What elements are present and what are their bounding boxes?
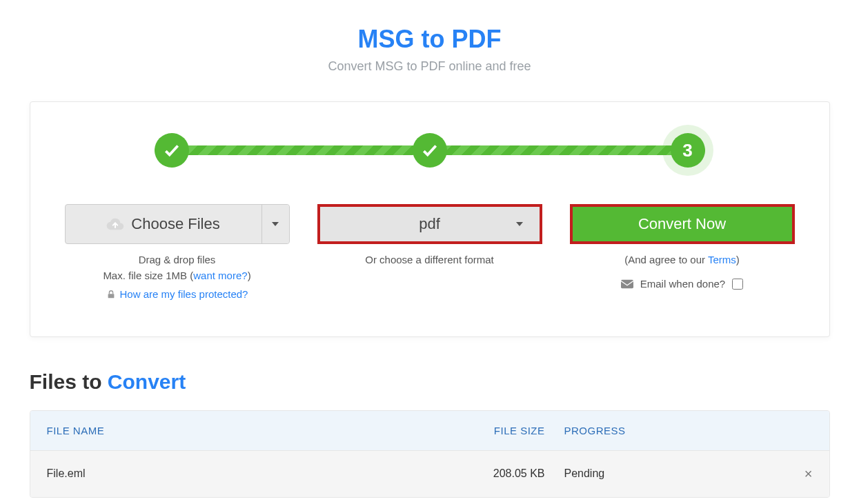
table-row: File.eml 208.05 KB Pending × xyxy=(30,451,829,497)
files-protected-link[interactable]: How are my files protected? xyxy=(120,288,248,300)
remove-file-button[interactable]: × xyxy=(804,466,813,481)
files-heading-accent: Convert xyxy=(108,370,186,393)
file-name-cell: File.eml xyxy=(47,467,468,480)
files-heading: Files to Convert xyxy=(30,370,830,394)
col-header-size: FILE SIZE xyxy=(468,425,564,436)
choose-files-dropdown-toggle[interactable] xyxy=(261,205,289,243)
choose-files-group: Choose Files xyxy=(65,204,290,244)
convert-column: Convert Now (And agree to our Terms) Ema… xyxy=(570,204,795,302)
col-header-name: FILE NAME xyxy=(47,425,468,436)
svg-rect-1 xyxy=(621,279,633,288)
format-select[interactable]: pdf xyxy=(317,204,542,244)
lock-icon xyxy=(106,290,116,299)
files-protected-row: How are my files protected? xyxy=(106,288,248,300)
upload-hint-max-prefix: Max. file size 1MB ( xyxy=(103,270,193,281)
upload-hint-max-suffix: ) xyxy=(248,270,251,281)
table-body: File.eml 208.05 KB Pending × xyxy=(30,451,829,497)
agree-suffix: ) xyxy=(736,254,740,265)
want-more-link[interactable]: want more? xyxy=(193,270,247,281)
choose-files-button[interactable]: Choose Files xyxy=(66,205,261,243)
col-header-progress: PROGRESS xyxy=(564,425,785,436)
upload-cloud-icon xyxy=(106,216,124,232)
email-when-done-label: Email when done? xyxy=(640,278,725,290)
upload-hint-drag: Drag & drop files xyxy=(65,254,290,265)
agree-prefix: (And agree to our xyxy=(624,254,708,265)
step-1-node xyxy=(155,133,189,168)
terms-link[interactable]: Terms xyxy=(708,254,736,265)
step-3-number: 3 xyxy=(682,140,692,161)
page-subtitle: Convert MSG to PDF online and free xyxy=(30,59,830,74)
upload-column: Choose Files Drag & drop files Max. file… xyxy=(65,204,290,302)
stepper: 3 xyxy=(155,130,705,171)
format-hint: Or choose a different format xyxy=(317,254,542,265)
table-header: FILE NAME FILE SIZE PROGRESS xyxy=(30,411,829,451)
mail-icon xyxy=(621,279,633,289)
page-title: MSG to PDF xyxy=(30,25,830,54)
format-selected-value: pdf xyxy=(419,215,440,233)
email-when-done-checkbox[interactable] xyxy=(732,279,743,290)
file-size-cell: 208.05 KB xyxy=(468,467,564,480)
format-column: pdf Or choose a different format xyxy=(317,204,542,302)
choose-files-label: Choose Files xyxy=(131,215,219,233)
step-2-node xyxy=(413,133,447,168)
check-icon xyxy=(163,141,181,159)
step-3-node: 3 xyxy=(671,133,705,168)
agree-terms-row: (And agree to our Terms) xyxy=(570,254,795,265)
files-table: FILE NAME FILE SIZE PROGRESS File.eml 20… xyxy=(30,410,830,498)
file-progress-cell: Pending xyxy=(564,467,785,480)
upload-hint-max: Max. file size 1MB (want more?) xyxy=(65,270,290,281)
files-heading-plain: Files to xyxy=(30,370,108,393)
chevron-down-icon xyxy=(272,222,279,226)
chevron-down-icon xyxy=(516,222,523,226)
email-when-done-row: Email when done? xyxy=(621,278,743,290)
converter-panel: 3 Choose Files xyxy=(30,101,830,337)
col-header-actions xyxy=(785,425,813,436)
svg-rect-0 xyxy=(108,294,114,298)
check-icon xyxy=(421,141,439,159)
convert-now-button[interactable]: Convert Now xyxy=(573,207,792,241)
